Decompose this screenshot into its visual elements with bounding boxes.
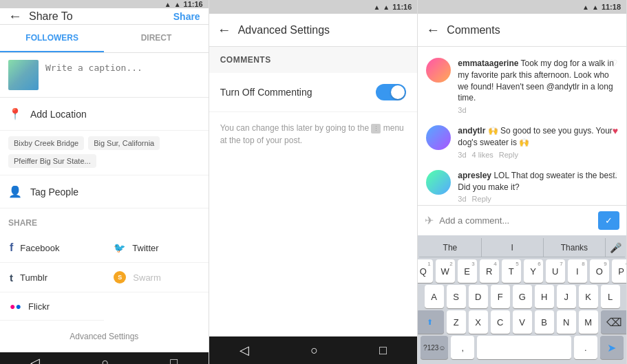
like-button-3[interactable]: ♡: [609, 170, 618, 181]
key-M[interactable]: M: [579, 310, 598, 334]
avatar: [426, 170, 451, 195]
share-action-button[interactable]: Share: [173, 11, 200, 22]
key-J[interactable]: J: [557, 285, 576, 308]
comment-meta: 3d Reply: [458, 195, 618, 203]
key-H[interactable]: H: [535, 285, 554, 308]
caption-input[interactable]: [45, 60, 200, 83]
comment-submit-button[interactable]: ✓: [598, 211, 619, 230]
advanced-settings-panel: ▲ ▲ 11:16 ← Advanced Settings COMMENTS T…: [209, 0, 418, 364]
share-tumblr[interactable]: t Tumblr: [0, 263, 104, 292]
twitter-icon: 🐦: [114, 242, 125, 253]
tab-direct[interactable]: DIRECT: [104, 25, 208, 52]
share-facebook[interactable]: f Facebook: [0, 233, 104, 263]
recent-nav-button-1[interactable]: □: [159, 353, 189, 365]
comment-likes-count: 4 likes: [472, 151, 493, 159]
home-nav-button-2[interactable]: ○: [299, 341, 329, 361]
add-location-label: Add Location: [30, 109, 87, 120]
avatar: [426, 125, 451, 150]
back-button-1[interactable]: ←: [8, 8, 22, 24]
comments-panel: ▲ ▲ 11:18 ← Comments emmataagerine Took …: [418, 0, 627, 364]
key-T[interactable]: 5T: [502, 259, 521, 283]
nav-bar-2: ◁ ○ □: [209, 336, 418, 364]
turn-off-commenting-toggle[interactable]: [376, 84, 406, 100]
avatar: [426, 58, 451, 83]
key-Q[interactable]: 1Q: [418, 259, 432, 283]
key-O[interactable]: 9O: [590, 259, 609, 283]
advanced-settings-title: Advanced Settings: [238, 24, 410, 36]
suggestion-thanks[interactable]: Thanks: [544, 238, 606, 257]
key-L[interactable]: L: [601, 285, 620, 308]
key-I[interactable]: 8I: [568, 259, 587, 283]
comment-item: andytlr 🙌 So good to see you guys. Your …: [418, 120, 626, 164]
comment-item: apresley LOL That dog sweater is the bes…: [418, 164, 626, 205]
caption-area: [0, 53, 209, 98]
comment-username[interactable]: andytlr: [458, 126, 485, 136]
shift-key[interactable]: ⬆: [418, 310, 443, 334]
recent-nav-button-2[interactable]: □: [368, 341, 398, 361]
back-nav-button-1[interactable]: ◁: [19, 352, 51, 364]
comments-title: Comments: [447, 24, 618, 36]
like-button-1[interactable]: ♡: [609, 58, 618, 69]
key-Z[interactable]: Z: [447, 310, 466, 334]
back-nav-button-2[interactable]: ◁: [229, 340, 260, 361]
key-V[interactable]: V: [513, 310, 532, 334]
back-button-2[interactable]: ←: [217, 22, 231, 38]
share-flickr[interactable]: ●● Flickr: [0, 292, 104, 321]
key-S[interactable]: S: [447, 285, 466, 308]
status-bar-1: ▲ ▲ 11:16: [0, 0, 209, 8]
wifi-icon-2: ▲: [383, 3, 390, 11]
suggestion-i[interactable]: I: [482, 238, 544, 257]
location-tag[interactable]: Pfeiffer Big Sur State...: [8, 154, 96, 168]
flickr-label: Flickr: [28, 301, 50, 312]
tumblr-label: Tumblr: [20, 272, 47, 283]
location-tag[interactable]: Bixby Creek Bridge: [8, 136, 84, 150]
key-G[interactable]: G: [513, 285, 532, 308]
key-D[interactable]: D: [469, 285, 488, 308]
key-W[interactable]: 2W: [436, 259, 455, 283]
comment-username[interactable]: apresley: [458, 171, 491, 180]
microphone-icon[interactable]: 🎤: [606, 238, 625, 257]
enter-key[interactable]: ➤: [600, 336, 624, 359]
advanced-settings-link[interactable]: Advanced Settings: [0, 321, 209, 352]
like-button-2[interactable]: ♥: [613, 125, 618, 136]
comments-list: emmataagerine Took my dog for a walk in …: [418, 47, 626, 205]
tag-people-item[interactable]: 👤 Tag People: [0, 175, 209, 208]
home-nav-button-1[interactable]: ○: [90, 353, 120, 365]
symbols-key[interactable]: ?123☺: [421, 336, 448, 359]
reply-button-3[interactable]: Reply: [472, 195, 491, 203]
tag-people-icon: 👤: [8, 185, 22, 198]
location-tags: Bixby Creek Bridge Big Sur, California P…: [0, 131, 209, 175]
comment-input[interactable]: [439, 215, 593, 226]
reply-button-2[interactable]: Reply: [499, 151, 518, 159]
swarm-icon: S: [114, 271, 126, 283]
key-X[interactable]: X: [469, 310, 488, 334]
key-P[interactable]: 0P: [612, 259, 627, 283]
key-B[interactable]: B: [535, 310, 554, 334]
key-comma[interactable]: ,: [451, 336, 474, 359]
key-C[interactable]: C: [491, 310, 510, 334]
share-swarm[interactable]: S Swarm: [104, 263, 208, 292]
back-button-3[interactable]: ←: [426, 22, 440, 38]
key-U[interactable]: 7U: [546, 259, 565, 283]
comment-body: emmataagerine Took my dog for a walk in …: [458, 58, 618, 114]
key-K[interactable]: K: [579, 285, 598, 308]
comment-username[interactable]: emmataagerine: [458, 58, 518, 68]
add-location-item[interactable]: 📍 Add Location: [0, 98, 209, 131]
key-period[interactable]: .: [574, 336, 597, 359]
backspace-key[interactable]: ⌫: [601, 310, 627, 334]
tabs-container: FOLLOWERS DIRECT: [0, 25, 209, 53]
key-A[interactable]: A: [425, 285, 444, 308]
key-F[interactable]: F: [491, 285, 510, 308]
tab-followers[interactable]: FOLLOWERS: [0, 25, 104, 52]
key-E[interactable]: 3E: [458, 259, 477, 283]
key-Y[interactable]: 6Y: [524, 259, 543, 283]
suggestion-the[interactable]: The: [419, 238, 481, 257]
share-twitter[interactable]: 🐦 Twitter: [104, 233, 208, 263]
key-N[interactable]: N: [557, 310, 576, 334]
location-tag[interactable]: Big Sur, California: [88, 136, 160, 150]
space-key[interactable]: [477, 336, 571, 359]
key-R[interactable]: 4R: [480, 259, 499, 283]
tag-people-label: Tag People: [30, 186, 78, 197]
facebook-label: Facebook: [20, 243, 59, 253]
menu-icon-inline: ⋮: [371, 124, 381, 133]
